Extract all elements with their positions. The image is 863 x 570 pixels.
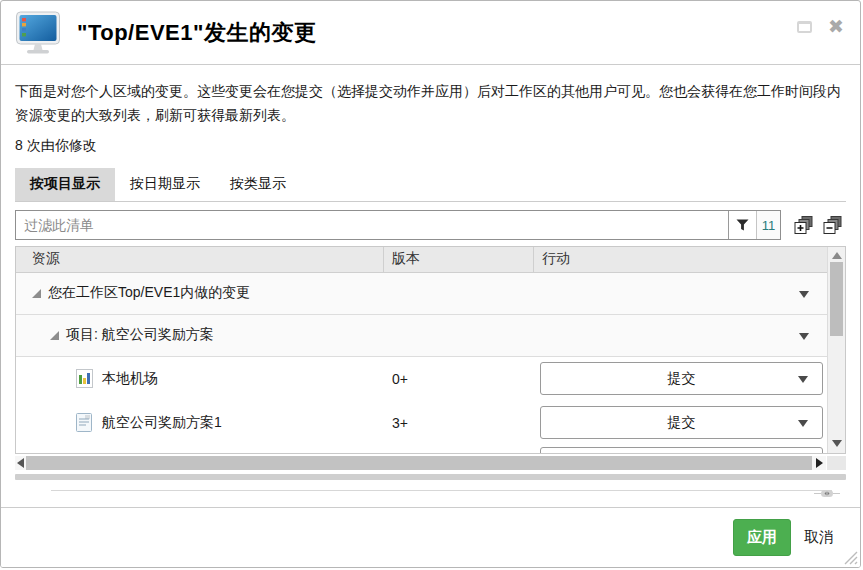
table-body: 您在工作区Top/EVE1内做的变更 项目: 航空公司奖励方案 [16, 273, 827, 453]
horizontal-scrollbar-thumb[interactable] [26, 456, 812, 470]
collapse-all-icon[interactable] [822, 214, 844, 236]
scroll-right-icon[interactable] [816, 458, 823, 468]
table-row-clipped [16, 445, 827, 453]
monitor-icon [15, 9, 63, 57]
dialog-header: "Top/EVE1"发生的变更 ✖ [1, 1, 860, 65]
chevron-down-icon[interactable] [799, 333, 809, 340]
action-dropdown[interactable]: 提交 [540, 406, 823, 439]
document-icon [76, 413, 93, 432]
vertical-scrollbar-thumb[interactable] [830, 262, 843, 336]
chevron-down-icon [798, 420, 808, 427]
resource-label: 航空公司奖励方案1 [102, 414, 222, 432]
scroll-down-icon[interactable] [832, 440, 842, 447]
pane-splitter[interactable] [15, 485, 846, 497]
close-icon[interactable]: ✖ [828, 17, 844, 36]
expand-all-icon[interactable] [793, 214, 815, 236]
chevron-down-icon[interactable] [799, 291, 809, 298]
column-header-action[interactable]: 行动 [534, 247, 827, 272]
action-dropdown[interactable]: 提交 [540, 362, 823, 395]
restore-icon[interactable] [797, 21, 812, 33]
group-row-label: 您在工作区Top/EVE1内做的变更 [48, 284, 250, 302]
action-dropdown[interactable] [540, 447, 823, 453]
column-header-resource[interactable]: 资源 [16, 247, 384, 272]
twisty-expanded-icon[interactable] [32, 289, 41, 298]
twisty-expanded-icon[interactable] [50, 331, 59, 340]
table-row-local-airport[interactable]: 本地机场 0+ 提交 [16, 357, 827, 401]
outer-horizontal-scrollbar[interactable] [15, 474, 846, 480]
changes-grid: 资源 版本 行动 您在工作区Top/EVE1内做的变更 项目: 航空公司奖励方案 [16, 247, 827, 453]
group-row-label: 项目: 航空公司奖励方案 [66, 326, 214, 344]
splitter-handle-icon[interactable] [814, 485, 840, 496]
dialog-body: 下面是对您个人区域的变更。这些变更会在您提交（选择提交动作并应用）后对工作区的其… [1, 65, 860, 497]
horizontal-scrollbar-row [15, 456, 846, 470]
filter-icon[interactable] [728, 211, 756, 239]
dialog-footer: 应用 取消 [1, 507, 860, 567]
resource-cell: 本地机场 [16, 369, 384, 388]
table-row-rewards-plan[interactable]: 航空公司奖励方案1 3+ 提交 [16, 401, 827, 445]
resource-label: 本地机场 [102, 370, 158, 388]
changes-dialog: "Top/EVE1"发生的变更 ✖ 下面是对您个人区域的变更。这些变更会在您提交… [0, 0, 861, 568]
column-header-version[interactable]: 版本 [384, 247, 534, 272]
resize-grip-icon[interactable] [842, 549, 858, 565]
action-dropdown-value: 提交 [668, 370, 696, 388]
dialog-title: "Top/EVE1"发生的变更 [77, 18, 316, 48]
scroll-left-icon[interactable] [17, 458, 24, 468]
version-cell: 0+ [384, 371, 534, 387]
scroll-up-icon[interactable] [832, 252, 842, 259]
splitter-line [51, 490, 832, 491]
action-cell: 提交 [534, 406, 827, 439]
cancel-button[interactable]: 取消 [804, 528, 834, 547]
dialog-description: 下面是对您个人区域的变更。这些变更会在您提交（选择提交动作并应用）后对工作区的其… [15, 79, 846, 127]
view-tabs: 按项目显示 按日期显示 按类显示 [15, 168, 846, 202]
filter-count-badge: 11 [756, 211, 780, 239]
action-dropdown-value: 提交 [668, 414, 696, 432]
tab-by-date[interactable]: 按日期显示 [115, 168, 215, 201]
tab-by-class[interactable]: 按类显示 [215, 168, 301, 201]
scrollbar-corner [827, 456, 846, 470]
filter-toolbar: 11 [15, 210, 846, 240]
table-header-row: 资源 版本 行动 [16, 247, 827, 273]
tab-by-item[interactable]: 按项目显示 [15, 168, 115, 201]
window-controls: ✖ [797, 17, 844, 36]
filter-input[interactable] [16, 211, 728, 239]
version-cell: 3+ [384, 415, 534, 431]
apply-button[interactable]: 应用 [733, 519, 791, 556]
tree-buttons [793, 214, 844, 236]
action-cell: 提交 [534, 362, 827, 395]
modified-count-text: 8 次由你修改 [15, 137, 846, 155]
chevron-down-icon [798, 376, 808, 383]
filter-group: 11 [15, 210, 781, 240]
bar-chart-icon [76, 369, 93, 388]
table-row-project-group[interactable]: 项目: 航空公司奖励方案 [16, 315, 827, 357]
changes-table: 资源 版本 行动 您在工作区Top/EVE1内做的变更 项目: 航空公司奖励方案 [15, 246, 846, 454]
resource-cell: 航空公司奖励方案1 [16, 413, 384, 432]
vertical-scrollbar[interactable] [827, 247, 845, 453]
table-row-workspace-group[interactable]: 您在工作区Top/EVE1内做的变更 [16, 273, 827, 315]
action-cell [534, 445, 827, 453]
horizontal-scrollbar[interactable] [15, 456, 826, 470]
